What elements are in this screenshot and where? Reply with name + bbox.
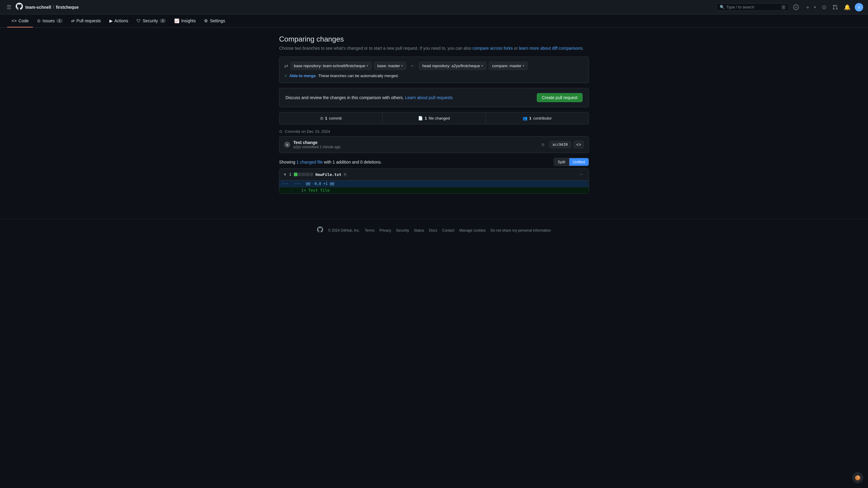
changed-file-link[interactable]: 1 changed file: [297, 160, 323, 164]
merge-status: ✓ Able to merge. These branches can be a…: [284, 73, 584, 78]
commit-sha-button[interactable]: acc9439: [549, 141, 571, 148]
merge-status-text: These branches can be automatically merg…: [318, 73, 399, 78]
head-repo-label: head repository: a2ys/firstcheque: [422, 64, 480, 68]
breadcrumb-repo[interactable]: firstcheque: [56, 5, 79, 10]
footer-status[interactable]: Status: [414, 228, 424, 233]
commit-author-avatar: a: [284, 141, 290, 148]
commits-label: commit: [329, 116, 342, 121]
compare-branch-caret-icon: ▾: [523, 64, 524, 68]
breadcrumb-owner[interactable]: team-schnell: [25, 5, 51, 10]
page-subtitle: Choose two branches to see what's change…: [279, 46, 589, 51]
svg-text:AI: AI: [795, 6, 797, 9]
file-diff-header-left: ▼ 1 NewFile.txt ⎘: [283, 172, 346, 177]
footer-security[interactable]: Security: [396, 228, 409, 233]
stat-contributors[interactable]: 👥 1 contributor: [486, 112, 589, 124]
base-branch-label: base: master: [377, 64, 400, 68]
pr-icon: ⇄: [71, 19, 75, 23]
commit-card: a Test change a2ys committed 1 minute ag…: [279, 136, 589, 153]
copilot-button[interactable]: AI: [791, 2, 801, 12]
split-view-button[interactable]: Split: [554, 158, 569, 166]
unified-view-button[interactable]: Unified: [569, 158, 589, 166]
pulls-button[interactable]: [831, 3, 840, 12]
commit-graph-icon: ⊙: [279, 129, 282, 134]
github-logo[interactable]: [16, 3, 23, 12]
issues-icon: ⊙: [37, 19, 41, 23]
merge-status-link[interactable]: Able to merge.: [289, 73, 316, 78]
top-nav: ☰ team-schnell / firstcheque 🔍 Type / to…: [0, 0, 868, 14]
footer-contact[interactable]: Contact: [442, 228, 455, 233]
diff-table: ··· ··· @@ -0,0 +1 @@ 1 + Test file: [279, 181, 589, 193]
summary-rest: with 1 addition and 0 deletions.: [324, 160, 382, 164]
footer-copyright: © 2024 GitHub, Inc.: [328, 228, 360, 233]
base-repo-label: base repository: team-schnell/firstchequ…: [294, 64, 365, 68]
cookie-preferences-button[interactable]: 🍪: [852, 472, 863, 483]
files-count: 1: [425, 116, 427, 121]
base-branch-select[interactable]: base: master ▾: [374, 62, 406, 70]
file-more-button[interactable]: ···: [578, 171, 585, 178]
search-box[interactable]: 🔍 Type / to search /: [716, 3, 789, 11]
nav-pr-label: Pull requests: [76, 19, 101, 23]
avatar[interactable]: a: [855, 3, 863, 11]
commit-info: Test change a2ys committed 1 minute ago: [293, 140, 341, 149]
diff-comparisons-link[interactable]: learn more about diff comparisons.: [519, 46, 584, 51]
nav-insights[interactable]: 📈 Insights: [170, 15, 200, 27]
notifications-button[interactable]: 🔔: [842, 2, 852, 12]
new-dropdown[interactable]: ＋ ▾: [803, 2, 818, 13]
commit-author-link[interactable]: a2ys: [293, 145, 301, 149]
nav-pull-requests[interactable]: ⇄ Pull requests: [67, 15, 105, 27]
footer-manage-cookies[interactable]: Manage cookies: [459, 228, 486, 233]
nav-code[interactable]: <> Code: [7, 14, 33, 27]
new-dropdown-caret[interactable]: ▾: [812, 3, 818, 11]
stats-row: ⊙ 1 commit 📄 1 file changed 👥 1 contribu…: [279, 112, 589, 124]
stat-files-changed[interactable]: 📄 1 file changed: [382, 112, 486, 124]
learn-about-pr-link[interactable]: Learn about pull requests: [405, 95, 453, 100]
stat-block-5: [310, 173, 313, 176]
insights-icon: 📈: [174, 19, 179, 23]
stat-bar: [294, 173, 313, 176]
copy-file-path-button[interactable]: ⎘: [344, 172, 346, 177]
files-label: file changed: [429, 116, 450, 121]
nav-security[interactable]: 🛡 Security 2: [132, 15, 170, 27]
merge-check-icon: ✓: [284, 73, 287, 78]
footer-docs[interactable]: Docs: [429, 228, 437, 233]
create-pr-button[interactable]: Create pull request: [537, 93, 583, 102]
nav-actions[interactable]: ▶ Actions: [105, 15, 133, 27]
security-icon: 🛡: [136, 19, 141, 23]
nav-issues[interactable]: ⊙ Issues 1: [33, 15, 67, 27]
copy-sha-button[interactable]: ⎘: [539, 141, 547, 148]
commits-section: ⊙ Commits on Dec 15, 2024 a Test change …: [279, 129, 589, 153]
commits-count: 1: [325, 116, 327, 121]
base-repo-select[interactable]: base repository: team-schnell/firstchequ…: [290, 62, 372, 70]
stat-block-4: [306, 173, 309, 176]
pr-info-box: Discuss and review the changes in this c…: [279, 88, 589, 107]
compare-box: ⇄ base repository: team-schnell/firstche…: [279, 57, 589, 83]
stat-block-3: [302, 173, 305, 176]
collapse-button[interactable]: ▼: [283, 172, 287, 177]
stat-block-2: [298, 173, 301, 176]
browse-code-button[interactable]: <>: [574, 141, 584, 149]
issues-button[interactable]: ⊙: [820, 2, 828, 12]
diff-hunk-old-num: ···: [279, 181, 291, 187]
diff-old-line-num: [279, 187, 291, 194]
files-header: Showing 1 changed file with 1 addition a…: [279, 158, 589, 166]
compare-forks-link[interactable]: compare across forks: [472, 46, 513, 51]
compare-arrow-icon: ←: [409, 63, 416, 69]
stat-commits[interactable]: ⊙ 1 commit: [279, 112, 382, 124]
main-content: Comparing changes Choose two branches to…: [274, 28, 594, 207]
footer-privacy[interactable]: Privacy: [379, 228, 391, 233]
top-nav-right: 🔍 Type / to search / AI ＋ ▾ ⊙ 🔔 a: [716, 2, 863, 13]
repo-nav: <> Code ⊙ Issues 1 ⇄ Pull requests ▶ Act…: [0, 14, 868, 28]
files-icon: 📄: [418, 116, 423, 121]
nav-settings[interactable]: ⚙ Settings: [200, 15, 229, 27]
footer-terms[interactable]: Terms: [365, 228, 375, 233]
nav-code-label: Code: [19, 19, 29, 23]
footer-do-not-share[interactable]: Do not share my personal information: [490, 228, 551, 233]
code-icon: <>: [11, 18, 17, 23]
compare-branch-select[interactable]: compare: master ▾: [489, 62, 528, 70]
hamburger-button[interactable]: ☰: [5, 2, 13, 12]
subtitle-text: Choose two branches to see what's change…: [279, 46, 471, 51]
new-button[interactable]: ＋: [803, 2, 812, 13]
head-repo-select[interactable]: head repository: a2ys/firstcheque ▾: [419, 62, 487, 70]
contributors-icon: 👥: [523, 116, 527, 121]
commit-message[interactable]: Test change: [293, 140, 341, 145]
